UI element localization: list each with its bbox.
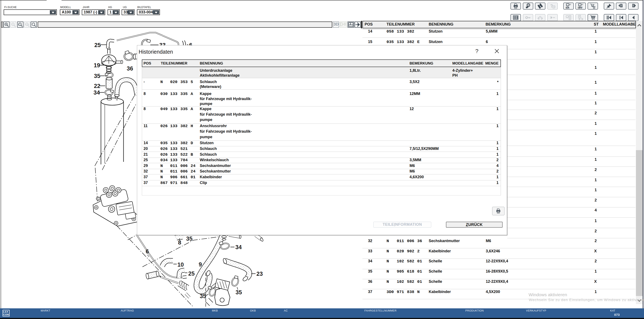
svg-text:35: 35 xyxy=(94,73,100,79)
svg-text:35: 35 xyxy=(186,236,192,242)
svg-text:9: 9 xyxy=(199,261,202,268)
svg-text:34: 34 xyxy=(235,244,242,250)
svg-text:19: 19 xyxy=(94,62,100,68)
svg-text:25: 25 xyxy=(188,270,195,277)
svg-text:34: 34 xyxy=(94,90,100,96)
svg-text:35: 35 xyxy=(200,293,206,300)
svg-text:36: 36 xyxy=(127,66,133,72)
svg-text:25: 25 xyxy=(94,42,101,48)
svg-text:6: 6 xyxy=(146,248,149,255)
svg-text:35: 35 xyxy=(236,289,242,296)
svg-text:8: 8 xyxy=(178,239,181,246)
svg-text:23: 23 xyxy=(256,271,263,277)
svg-text:10: 10 xyxy=(178,262,184,268)
